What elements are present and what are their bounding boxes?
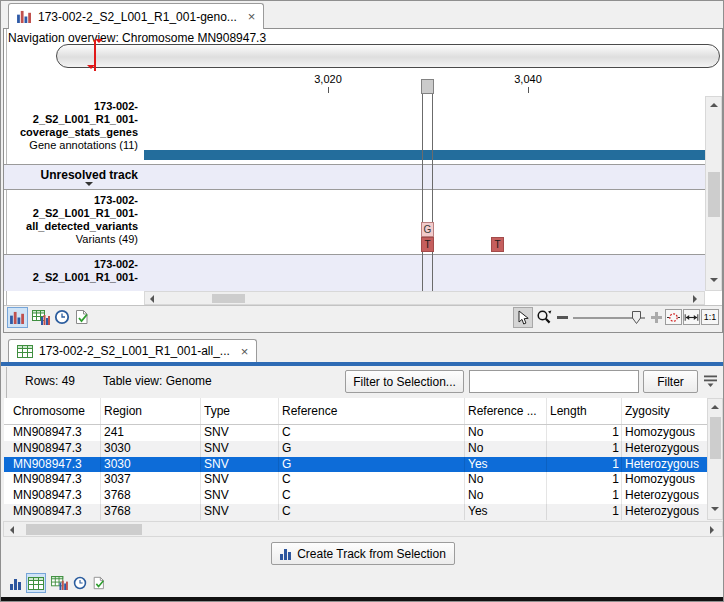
magnifier-icon: [536, 309, 552, 325]
filter-search-input[interactable]: [469, 370, 639, 393]
history-button[interactable]: [53, 308, 71, 326]
table-row[interactable]: MN908947.3 241 SNV C No 1 Homozygous: [4, 425, 707, 441]
scroll-down-arrow[interactable]: [711, 507, 719, 511]
filter-button[interactable]: Filter: [643, 370, 698, 393]
selection-target-icon: [666, 311, 681, 324]
cell-reference: G: [282, 441, 460, 457]
variant-glyph-t[interactable]: T: [421, 237, 434, 252]
column-header-length[interactable]: Length: [550, 398, 620, 424]
history-button[interactable]: [72, 575, 88, 591]
track-label-variants[interactable]: 173-002- 2_S2_L001_R1_001- all_detected_…: [1, 194, 138, 246]
navigation-overview-label: Navigation overview: Chromosome MN908947…: [8, 31, 266, 45]
scroll-left-arrow[interactable]: [150, 295, 154, 303]
cell-reference-allele: No: [468, 441, 542, 457]
zoom-100-button[interactable]: 1:1: [701, 309, 719, 325]
track-view-icon: [17, 10, 32, 23]
close-icon[interactable]: ×: [241, 345, 249, 358]
track-view-button[interactable]: [7, 307, 28, 328]
advanced-filter-toggle[interactable]: [702, 373, 720, 389]
table-row[interactable]: MN908947.3 3768 SNV C No 1 Heterozygous: [4, 488, 707, 504]
column-header-reference[interactable]: Reference: [282, 398, 460, 424]
table-view-button[interactable]: [30, 307, 51, 328]
cell-reference-allele: No: [468, 425, 542, 441]
cell-type: SNV: [204, 457, 278, 473]
selection-line-right: [432, 94, 433, 291]
cell-chromosome: MN908947.3: [13, 488, 99, 504]
scrollbar-thumb[interactable]: [708, 172, 720, 217]
column-separator: [464, 398, 465, 424]
column-separator: [278, 398, 279, 424]
bottom-divider-bar[interactable]: [1, 597, 724, 601]
table-chart-icon: [32, 310, 50, 325]
zoom-tool-button[interactable]: [535, 308, 553, 326]
close-icon[interactable]: ×: [248, 10, 256, 23]
selection-handle[interactable]: [421, 79, 434, 94]
scrollbar-thumb[interactable]: [212, 294, 245, 303]
table-icon: [28, 577, 44, 590]
table-header: Chromosome Region Type Reference Referen…: [4, 398, 707, 425]
zoom-in-button-bar: [655, 312, 658, 323]
application-window: 173-002-2_S2_L001_R1_001-geno... × Navig…: [0, 0, 724, 602]
filter-to-selection-button[interactable]: Filter to Selection...: [345, 370, 464, 393]
column-header-zygosity[interactable]: Zygosity: [625, 398, 705, 424]
zoom-to-selection-button[interactable]: [665, 309, 682, 325]
zoom-out-button[interactable]: [557, 316, 568, 319]
table-view-label: Table view: Genome: [103, 374, 212, 388]
column-header-reference-allele[interactable]: Reference ...: [468, 398, 542, 424]
track-view-button[interactable]: [9, 577, 21, 590]
table-vertical-scrollbar[interactable]: [707, 398, 723, 520]
cell-reference: C: [282, 472, 460, 488]
table-row[interactable]: MN908947.3 3768 SNV C Yes 1 Heterozygous: [4, 504, 707, 520]
cell-chromosome: MN908947.3: [13, 441, 99, 457]
pan-select-tool-button[interactable]: [513, 307, 533, 328]
chromosome-overview-bar[interactable]: [56, 44, 720, 68]
scrollbar-thumb[interactable]: [26, 524, 142, 535]
table-horizontal-scrollbar[interactable]: [3, 521, 723, 537]
create-track-from-selection-button[interactable]: Create Track from Selection: [271, 542, 455, 565]
zoom-slider-thumb[interactable]: [632, 311, 641, 324]
ruler-tick-label: 3,040: [514, 73, 542, 85]
track-vertical-scrollbar[interactable]: [705, 96, 722, 291]
scroll-left-arrow[interactable]: [10, 526, 14, 534]
filter-lines-icon: [703, 374, 719, 388]
cell-zygosity: Heterozygous: [625, 504, 705, 520]
tab-label: 173-002-2_S2_L001_R1_001-all_...: [39, 344, 230, 358]
scroll-right-arrow[interactable]: [710, 526, 714, 534]
cell-zygosity: Homozygous: [625, 425, 705, 441]
chevron-down-icon[interactable]: [85, 182, 93, 190]
column-header-chromosome[interactable]: Chromosome: [13, 398, 99, 424]
column-separator: [621, 398, 622, 424]
cell-zygosity: Homozygous: [625, 472, 705, 488]
variant-glyph-t2[interactable]: T: [491, 237, 504, 252]
column-header-region[interactable]: Region: [104, 398, 198, 424]
tab-track-view[interactable]: 173-002-2_S2_L001_R1_001-geno... ×: [8, 3, 264, 29]
view-position-marker-arrow-bottom: [87, 65, 95, 69]
scrollbar-thumb[interactable]: [710, 417, 721, 459]
track-label-read-mapping[interactable]: 173-002- 2_S2_L001_R1_001-: [1, 258, 138, 284]
active-view-accent-bar: [1, 362, 724, 366]
scroll-up-arrow[interactable]: [711, 405, 719, 409]
table-chart-view-button[interactable]: [49, 573, 69, 593]
cell-length: 1: [542, 425, 619, 441]
track-label-unresolved[interactable]: Unresolved track: [1, 168, 138, 182]
variant-glyph-g[interactable]: G: [421, 222, 434, 237]
element-info-button[interactable]: [91, 575, 107, 591]
table-view-button[interactable]: [26, 573, 46, 593]
cell-reference: G: [282, 457, 460, 473]
table-icon: [17, 345, 33, 358]
table-row[interactable]: MN908947.3 3037 SNV C No 1 Homozygous: [4, 472, 707, 488]
track-label-coverage-stats[interactable]: 173-002- 2_S2_L001_R1_001- coverage_stat…: [1, 100, 138, 152]
tab-table-view[interactable]: 173-002-2_S2_L001_R1_001-all_... ×: [8, 339, 257, 362]
scroll-right-arrow[interactable]: [693, 295, 697, 303]
table-row[interactable]: MN908947.3 3030 SNV G No 1 Heterozygous: [4, 441, 707, 457]
element-info-button[interactable]: [73, 308, 91, 326]
cell-chromosome: MN908947.3: [13, 425, 99, 441]
table-row-selected[interactable]: MN908947.3 3030 SNV G Yes 1 Heterozygous: [4, 457, 707, 473]
track-horizontal-scrollbar[interactable]: [144, 291, 705, 305]
column-header-type[interactable]: Type: [204, 398, 278, 424]
fit-width-button[interactable]: [683, 309, 700, 325]
scroll-down-arrow[interactable]: [710, 278, 718, 282]
gene-annotation-bar[interactable]: [144, 150, 705, 160]
scroll-up-arrow[interactable]: [710, 103, 718, 107]
cell-type: SNV: [204, 488, 278, 504]
